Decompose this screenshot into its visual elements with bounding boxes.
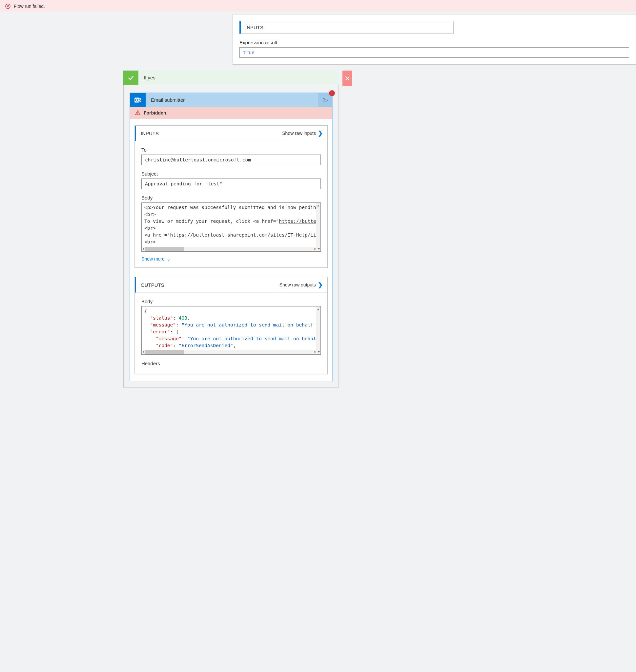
warning-icon bbox=[135, 110, 140, 115]
body-vertical-scrollbar[interactable]: ▲▼ bbox=[316, 203, 320, 251]
show-raw-outputs-link[interactable]: Show raw outputs ❯ bbox=[279, 281, 323, 288]
show-raw-inputs-link[interactable]: Show raw inputs ❯ bbox=[282, 130, 323, 137]
body-horizontal-scrollbar[interactable]: ◀▶ ▼ bbox=[142, 247, 320, 251]
if-yes-success-icon bbox=[123, 71, 138, 85]
outputs-section-label: OUTPUTS bbox=[141, 282, 164, 288]
email-submitter-header[interactable]: Email submitter 1s bbox=[130, 93, 332, 107]
email-submitter-card: ! Email submitter 1s bbox=[130, 93, 333, 381]
flow-canvas[interactable]: INPUTS Expression result true If yes ! bbox=[0, 12, 636, 405]
email-submitter-title: Email submitter bbox=[146, 93, 318, 107]
chevron-right-icon: ❯ bbox=[318, 281, 323, 288]
inputs-section-label: INPUTS bbox=[141, 131, 159, 136]
if-yes-header[interactable]: If yes bbox=[123, 71, 339, 85]
expression-result-value-box: true bbox=[239, 47, 629, 58]
subject-value: Approval pending for "test" bbox=[141, 178, 321, 189]
chevron-down-icon: ⌄ bbox=[166, 256, 171, 262]
error-circle-icon bbox=[5, 4, 11, 9]
headers-label: Headers bbox=[141, 361, 321, 366]
outputs-section-header: OUTPUTS Show raw outputs ❯ bbox=[135, 277, 327, 293]
show-more-link[interactable]: Show more ⌄ bbox=[141, 256, 321, 262]
to-label: To bbox=[141, 147, 321, 153]
expression-result-value: true bbox=[243, 50, 255, 55]
condition-inputs-label: INPUTS bbox=[245, 25, 263, 30]
show-more-text: Show more bbox=[141, 256, 165, 262]
if-no-header[interactable] bbox=[342, 71, 352, 86]
condition-inputs-header[interactable]: INPUTS bbox=[239, 21, 454, 34]
if-yes-title: If yes bbox=[138, 71, 161, 85]
email-submitter-body: INPUTS Show raw inputs ❯ To christine@bu… bbox=[130, 119, 332, 381]
body-value-box[interactable]: <p>Your request was successfully submitt… bbox=[141, 203, 321, 252]
flow-failed-text: Flow run failed. bbox=[14, 4, 45, 9]
forbidden-bar: Forbidden. bbox=[130, 107, 332, 119]
forbidden-text: Forbidden. bbox=[144, 110, 167, 115]
show-raw-inputs-text: Show raw inputs bbox=[282, 131, 316, 136]
output-horizontal-scrollbar[interactable]: ◀▶ ▼ bbox=[142, 350, 320, 354]
inputs-section: INPUTS Show raw inputs ❯ To christine@bu… bbox=[135, 126, 328, 268]
condition-inputs-panel: INPUTS Expression result true bbox=[233, 14, 636, 65]
outlook-icon bbox=[130, 93, 146, 107]
outputs-section: OUTPUTS Show raw outputs ❯ Body { "statu… bbox=[135, 277, 328, 375]
output-body-label: Body bbox=[141, 299, 321, 304]
if-yes-branch: If yes ! Email submitter 1s bbox=[123, 71, 339, 387]
body-label: Body bbox=[141, 195, 321, 200]
subject-label: Subject bbox=[141, 171, 321, 176]
action-error-badge-icon: ! bbox=[329, 90, 335, 96]
inputs-section-header: INPUTS Show raw inputs ❯ bbox=[135, 126, 327, 141]
output-vertical-scrollbar[interactable]: ▲▼ bbox=[316, 306, 320, 354]
flow-failed-bar: Flow run failed. bbox=[0, 0, 636, 12]
svg-point-5 bbox=[137, 114, 138, 115]
output-body-value-box[interactable]: { "status": 403, "message": "You are not… bbox=[141, 306, 321, 355]
if-yes-body: ! Email submitter 1s bbox=[123, 85, 339, 387]
show-raw-outputs-text: Show raw outputs bbox=[279, 282, 316, 287]
chevron-right-icon: ❯ bbox=[318, 130, 323, 137]
expression-result-label: Expression result bbox=[239, 40, 629, 45]
to-value: christine@buttertoast.onmicrosoft.com bbox=[141, 155, 321, 165]
close-icon bbox=[344, 75, 351, 82]
